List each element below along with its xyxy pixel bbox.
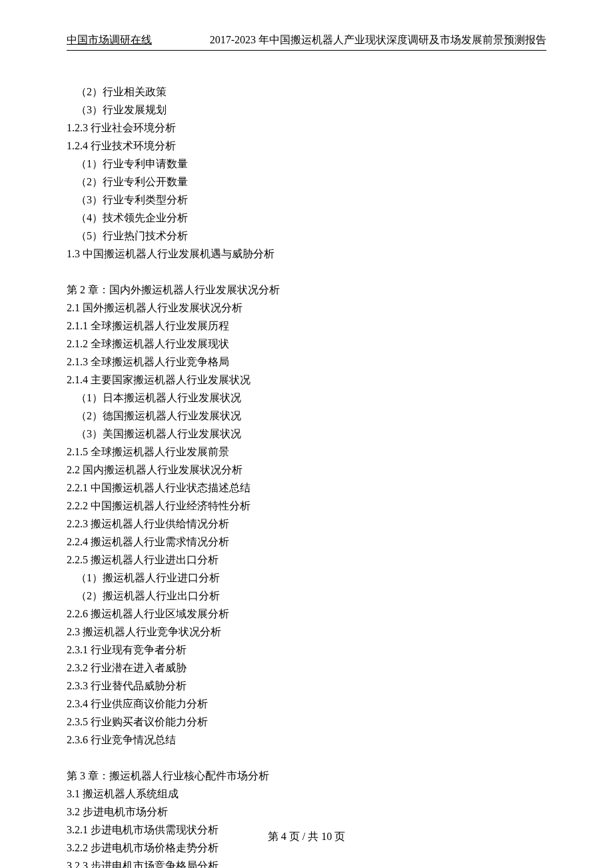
blank-line xyxy=(67,749,546,767)
toc-item: 第 3 章：搬运机器人行业核心配件市场分析 xyxy=(67,767,546,785)
page-header: 中国市场调研在线 2017-2023 年中国搬运机器人产业现状深度调研及市场发展… xyxy=(67,33,546,51)
toc-item: 3.2 步进电机市场分析 xyxy=(67,803,546,821)
toc-item: 2.3.5 行业购买者议价能力分析 xyxy=(67,713,546,731)
toc-item: 1.2.4 行业技术环境分析 xyxy=(67,137,546,155)
toc-item: 2.2.1 中国搬运机器人行业状态描述总结 xyxy=(67,479,546,497)
toc-item: （1）行业专利申请数量 xyxy=(67,155,546,173)
toc-item: 2.2.3 搬运机器人行业供给情况分析 xyxy=(67,515,546,533)
toc-item: 1.2.3 行业社会环境分析 xyxy=(67,119,546,137)
toc-item: 1.3 中国搬运机器人行业发展机遇与威胁分析 xyxy=(67,245,546,263)
page-footer: 第 4 页 / 共 10 页 xyxy=(0,830,613,844)
toc-item: （3）美国搬运机器人行业发展状况 xyxy=(67,425,546,443)
toc-item: 2.3.4 行业供应商议价能力分析 xyxy=(67,695,546,713)
toc-item: 2.3 搬运机器人行业竞争状况分析 xyxy=(67,623,546,641)
toc-item: （3）行业发展规划 xyxy=(67,101,546,119)
toc-item: （2）德国搬运机器人行业发展状况 xyxy=(67,407,546,425)
toc-item: （1）日本搬运机器人行业发展状况 xyxy=(67,389,546,407)
toc-item: 2.2 国内搬运机器人行业发展状况分析 xyxy=(67,461,546,479)
toc-item: 2.2.4 搬运机器人行业需求情况分析 xyxy=(67,533,546,551)
header-title: 2017-2023 年中国搬运机器人产业现状深度调研及市场发展前景预测报告 xyxy=(210,33,546,47)
toc-item: （2）搬运机器人行业出口分析 xyxy=(67,587,546,605)
header-source: 中国市场调研在线 xyxy=(67,33,152,47)
toc-item: （4）技术领先企业分析 xyxy=(67,209,546,227)
toc-item: 3.2.3 步进电机市场竞争格局分析 xyxy=(67,857,546,868)
toc-item: （5）行业热门技术分析 xyxy=(67,227,546,245)
toc-item: 2.1.1 全球搬运机器人行业发展历程 xyxy=(67,317,546,335)
toc-item: 2.1.5 全球搬运机器人行业发展前景 xyxy=(67,443,546,461)
toc-item: 2.3.2 行业潜在进入者威胁 xyxy=(67,659,546,677)
toc-item: 2.3.1 行业现有竞争者分析 xyxy=(67,641,546,659)
document-page: 中国市场调研在线 2017-2023 年中国搬运机器人产业现状深度调研及市场发展… xyxy=(0,0,613,868)
toc-item: 3.1 搬运机器人系统组成 xyxy=(67,785,546,803)
toc-item: 2.1.4 主要国家搬运机器人行业发展状况 xyxy=(67,371,546,389)
toc-item: 第 2 章：国内外搬运机器人行业发展状况分析 xyxy=(67,281,546,299)
table-of-contents: （2）行业相关政策（3）行业发展规划1.2.3 行业社会环境分析1.2.4 行业… xyxy=(67,83,546,868)
toc-item: （1）搬运机器人行业进口分析 xyxy=(67,569,546,587)
toc-item: 2.1.2 全球搬运机器人行业发展现状 xyxy=(67,335,546,353)
toc-item: 2.1.3 全球搬运机器人行业竞争格局 xyxy=(67,353,546,371)
toc-item: 2.2.2 中国搬运机器人行业经济特性分析 xyxy=(67,497,546,515)
toc-item: （2）行业相关政策 xyxy=(67,83,546,101)
toc-item: 2.2.6 搬运机器人行业区域发展分析 xyxy=(67,605,546,623)
blank-line xyxy=(67,263,546,281)
toc-item: 2.3.3 行业替代品威胁分析 xyxy=(67,677,546,695)
toc-item: 2.3.6 行业竞争情况总结 xyxy=(67,731,546,749)
toc-item: （2）行业专利公开数量 xyxy=(67,173,546,191)
toc-item: 2.2.5 搬运机器人行业进出口分析 xyxy=(67,551,546,569)
toc-item: 2.1 国外搬运机器人行业发展状况分析 xyxy=(67,299,546,317)
toc-item: （3）行业专利类型分析 xyxy=(67,191,546,209)
